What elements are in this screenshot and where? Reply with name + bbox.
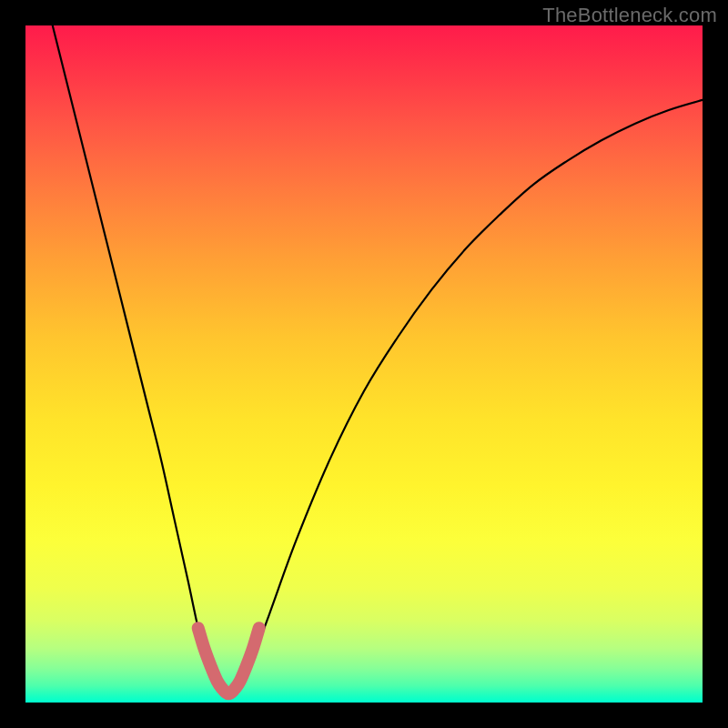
chart-frame bbox=[25, 25, 703, 703]
highlight-valley bbox=[198, 628, 259, 693]
chart-svg bbox=[25, 25, 703, 703]
bottleneck-curve bbox=[53, 25, 703, 693]
watermark-text: TheBottleneck.com bbox=[542, 4, 717, 27]
